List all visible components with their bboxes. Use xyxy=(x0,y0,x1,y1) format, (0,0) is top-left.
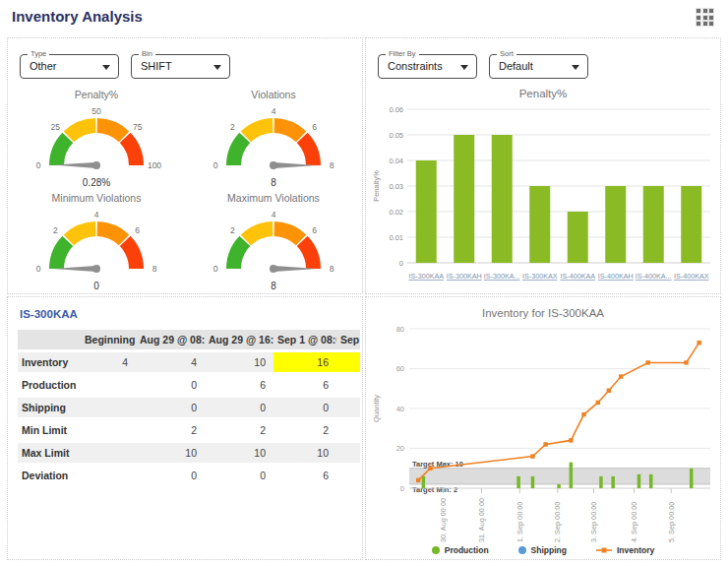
inventory-marker[interactable] xyxy=(697,341,700,345)
production-bar[interactable] xyxy=(422,476,426,488)
gauge-title: Minimum Violations xyxy=(8,192,185,204)
inventory-chart-panel: Inventory for IS-300KAA 020406080Target … xyxy=(365,296,721,560)
legend-item-production[interactable]: Production xyxy=(432,545,489,555)
inventory-marker[interactable] xyxy=(684,360,688,364)
table-cell: 6 xyxy=(336,375,360,395)
production-bar[interactable] xyxy=(557,484,561,488)
target-band xyxy=(409,469,710,484)
inventory-marker[interactable] xyxy=(596,401,600,405)
production-bar[interactable] xyxy=(611,476,615,488)
production-bar[interactable] xyxy=(516,476,520,488)
bar-chart-title: Penalty% xyxy=(366,88,720,99)
production-bar[interactable] xyxy=(531,476,535,488)
gauge-tick-label: 25 xyxy=(51,122,61,132)
column-header: Sep 1 @ 16:00 xyxy=(336,330,360,349)
filter-by-select-value: Constraints xyxy=(388,60,443,72)
gauge-segment xyxy=(241,118,273,142)
legend-item-shipping[interactable]: Shipping xyxy=(518,545,567,555)
bar-category-link[interactable]: IS-400KAX xyxy=(674,272,709,281)
gauge-grid: Penalty% 0255075100 0.28% Violations 024… xyxy=(8,85,362,291)
table-cell: 10 xyxy=(205,443,273,463)
bar[interactable] xyxy=(416,160,437,263)
bar[interactable] xyxy=(529,186,550,263)
bar[interactable] xyxy=(643,186,664,263)
table-cell: 2 xyxy=(136,420,205,440)
column-header: Beginning xyxy=(81,330,136,349)
bar-filters: Filter By Constraints Sort Default xyxy=(378,54,720,79)
bar-category-link[interactable]: IS-400KA... xyxy=(636,272,672,281)
bar-category-link[interactable]: IS-300KAX xyxy=(522,272,558,281)
gauge-title: Maximum Violations xyxy=(185,192,362,204)
bin-select[interactable]: Bin SHIFT xyxy=(131,54,230,79)
legend-item-inventory[interactable]: Inventory xyxy=(596,545,654,555)
inventory-marker[interactable] xyxy=(581,412,585,416)
gauge-tick-label: 4 xyxy=(94,210,99,220)
gauge-segment xyxy=(241,221,273,245)
gauge-tick-label: 0 xyxy=(213,160,218,170)
inventory-marker[interactable] xyxy=(416,478,420,482)
page-title: Inventory Analysis xyxy=(12,8,143,25)
bar[interactable] xyxy=(681,186,701,263)
inventory-marker[interactable] xyxy=(619,374,623,378)
gauge-segment xyxy=(120,133,144,165)
bar-category-link[interactable]: IS-300KAH xyxy=(447,272,482,281)
inventory-marker[interactable] xyxy=(569,438,573,442)
table-cell: 0 xyxy=(336,398,360,417)
bar[interactable] xyxy=(605,186,626,263)
gauge-tick-label: 8 xyxy=(152,264,157,274)
gauge-segment xyxy=(274,221,307,245)
filter-by-select-label: Filter By xyxy=(386,49,419,58)
apps-grid-icon[interactable] xyxy=(697,9,714,27)
gauge-tick-label: 100 xyxy=(148,160,161,170)
production-bar[interactable] xyxy=(637,474,641,488)
table-cell: 4 xyxy=(136,352,205,372)
gauge-tick-label: 0 xyxy=(36,264,41,274)
inventory-marker[interactable] xyxy=(543,442,547,446)
table-cell: 0 xyxy=(136,375,205,395)
type-select[interactable]: Type Other xyxy=(20,54,119,79)
production-bar[interactable] xyxy=(599,476,603,488)
sort-select[interactable]: Sort Default xyxy=(489,54,588,79)
gauge-tick-label: 4 xyxy=(272,210,276,220)
table-row: Inventory44101622 xyxy=(18,352,360,372)
type-select-value: Other xyxy=(30,60,57,72)
row-label: Min Limit xyxy=(18,420,81,440)
row-label: Inventory xyxy=(18,352,81,372)
production-bar[interactable] xyxy=(690,469,694,488)
inventory-marker[interactable] xyxy=(530,454,534,458)
gauge-segment xyxy=(297,133,321,165)
x-tick-label: 5. Sep 00:00 xyxy=(667,502,676,542)
production-bar[interactable] xyxy=(570,463,574,488)
table-row: Production0666 xyxy=(18,375,360,395)
bar-category-link[interactable]: IS-300KAA xyxy=(408,272,444,281)
bar-category-link[interactable]: IS-300KA... xyxy=(484,272,520,281)
inventory-marker[interactable] xyxy=(428,467,432,471)
gauge-tick-label: 6 xyxy=(135,225,140,235)
table-cell xyxy=(81,420,136,440)
table-cell xyxy=(81,375,136,395)
inventory-marker[interactable] xyxy=(607,389,611,393)
gauge-tick-label: 0 xyxy=(36,160,41,170)
inventory-marker[interactable] xyxy=(645,360,649,364)
gauge-tick-label: 4 xyxy=(272,106,276,116)
x-tick-label: 31. Aug 00:00 xyxy=(477,498,486,542)
y-tick-label: 0.03 xyxy=(389,182,403,191)
gauge-max-violations: Maximum Violations 02468 8 xyxy=(185,188,362,291)
bar[interactable] xyxy=(454,135,474,263)
gauge-tick-label: 75 xyxy=(133,122,143,132)
x-tick-label: 1. Sep 00:00 xyxy=(516,502,524,542)
bar-category-link[interactable]: IS-400KAA xyxy=(560,272,595,281)
production-bar[interactable] xyxy=(649,474,653,488)
bar-category-link[interactable]: IS-400KAH xyxy=(598,272,634,281)
bar[interactable] xyxy=(568,212,588,263)
table-cell: 2 xyxy=(273,420,336,440)
gauge-chart: 02468 xyxy=(190,101,357,176)
gauge-tick-label: 8 xyxy=(330,160,334,170)
y-tick-label: 80 xyxy=(396,325,404,334)
bar[interactable] xyxy=(492,135,513,263)
table-cell: 0 xyxy=(205,466,273,485)
table-cell: 2 xyxy=(336,420,360,440)
table-row: Min Limit2222 xyxy=(18,420,360,440)
page-header: Inventory Analysis xyxy=(0,0,728,35)
filter-by-select[interactable]: Filter By Constraints xyxy=(378,54,477,79)
